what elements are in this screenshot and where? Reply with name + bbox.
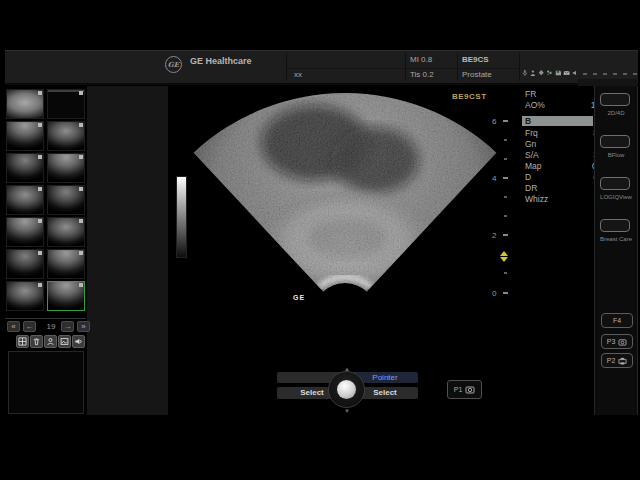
thumbnail[interactable] — [47, 121, 85, 151]
param-sa: S/A3/4 — [525, 150, 539, 160]
clipboard-panel — [87, 86, 168, 415]
probe-name: BE9CS — [462, 55, 489, 64]
speaker-icon — [572, 68, 578, 78]
indicator-dots — [583, 72, 637, 76]
thumbnail[interactable] — [6, 89, 44, 119]
p3-button[interactable]: P3 — [601, 334, 633, 349]
layout-grid-button[interactable] — [16, 335, 29, 348]
depth-minor-tick — [504, 215, 507, 217]
network-icon — [538, 68, 544, 78]
thumbnail[interactable] — [47, 217, 85, 247]
divider — [286, 68, 519, 69]
prev-page-button[interactable]: ← — [23, 321, 36, 332]
param-gn: Gn41 — [525, 139, 536, 149]
clipboard-toolbar — [16, 335, 85, 348]
p1-button[interactable]: P1 — [447, 380, 482, 399]
key-2d4d-button[interactable] — [600, 93, 630, 106]
depth-minor-tick — [504, 158, 507, 160]
thumbnail[interactable] — [47, 89, 85, 119]
clipboard-pager: « ← 19 → » — [5, 321, 87, 333]
tis-readout: Tis 0.2 — [410, 70, 434, 79]
divider — [457, 53, 458, 81]
audio-button[interactable] — [72, 335, 85, 348]
camera-icon — [618, 338, 627, 346]
key-breastcare-label: Breast Care — [594, 236, 638, 242]
first-page-button[interactable]: « — [7, 321, 20, 332]
key-2d4d-label: 2D/4D — [594, 110, 638, 116]
key-logiqview-button[interactable] — [600, 177, 630, 190]
patient-icon — [530, 68, 536, 78]
clipboard-preview-box — [8, 351, 84, 414]
printer-icon — [618, 357, 627, 365]
ge-watermark: GE — [293, 294, 305, 301]
thumbnail[interactable] — [47, 249, 85, 279]
grid-icon — [18, 337, 27, 346]
trash-icon — [32, 337, 41, 346]
mic-icon — [522, 68, 528, 78]
p2-button[interactable]: P2 — [601, 353, 633, 368]
grayscale-bar — [176, 176, 187, 258]
f4-button[interactable]: F4 — [601, 313, 633, 328]
last-page-button[interactable]: » — [77, 321, 90, 332]
mode-indicator: B — [522, 116, 593, 126]
thumbnail[interactable] — [47, 185, 85, 215]
depth-minor-tick — [504, 139, 507, 141]
trackball[interactable] — [337, 380, 356, 399]
thumbnail-selected[interactable] — [47, 281, 85, 311]
trackball-down-tick: ▼ — [344, 408, 350, 414]
param-fr: FR46 — [525, 89, 536, 99]
param-map: MapC/0 — [525, 161, 542, 171]
image-icon — [60, 337, 69, 346]
key-breastcare-button[interactable] — [600, 219, 630, 232]
patient-images-button[interactable] — [44, 335, 57, 348]
divider — [5, 318, 86, 319]
depth-tick-4: 4 — [492, 174, 496, 183]
brand-label: GE Healthcare — [190, 56, 252, 66]
patient-id-field[interactable]: xx — [294, 70, 302, 79]
next-page-button[interactable]: → — [61, 321, 74, 332]
speaker-icon — [74, 337, 83, 346]
depth-minor-tick — [504, 272, 507, 274]
depth-tick-0: 0 — [492, 289, 496, 298]
camera-icon — [465, 385, 475, 394]
depth-minor-tick — [504, 196, 507, 198]
active-probe-label: BE9CST — [452, 92, 487, 101]
param-whizz: WhizzOff — [525, 194, 548, 204]
thumbnail[interactable] — [6, 153, 44, 183]
thumbnail[interactable] — [6, 249, 44, 279]
param-dr: DR69 — [525, 183, 537, 193]
divider — [286, 53, 287, 81]
trackball-up-tick: ▲ — [344, 366, 350, 372]
depth-tick-2: 2 — [492, 231, 496, 240]
status-icon-tray — [522, 66, 578, 80]
ge-logo-icon: GE — [165, 56, 182, 73]
probe-connect-icon — [546, 68, 552, 78]
param-d: D6.0 — [525, 172, 531, 182]
thumbnail[interactable] — [6, 217, 44, 247]
thumbnail[interactable] — [47, 153, 85, 183]
divider — [519, 53, 520, 81]
key-bflow-button[interactable] — [600, 135, 630, 148]
preset-name: Prostate — [462, 70, 492, 79]
key-logiqview-label: LOGIQView — [594, 194, 638, 200]
delete-image-button[interactable] — [30, 335, 43, 348]
page-indicator: 19 — [41, 322, 61, 331]
key-bflow-label: BFlow — [594, 152, 638, 158]
thumbnail[interactable] — [6, 281, 44, 311]
mi-readout: MI 0.8 — [410, 55, 432, 64]
save-disk-icon — [555, 68, 561, 78]
param-ao: AO%100 — [525, 100, 545, 110]
patient-icon — [46, 337, 55, 346]
mail-icon — [563, 68, 570, 78]
divider — [405, 53, 406, 81]
param-frq: Frq8.0 — [525, 128, 538, 138]
depth-tick-6: 6 — [492, 117, 496, 126]
save-image-button[interactable] — [58, 335, 71, 348]
thumbnail[interactable] — [6, 121, 44, 151]
thumbnail-grid — [6, 89, 86, 317]
thumbnail[interactable] — [6, 185, 44, 215]
ultrasound-screen: GE GE Healthcare xx MI 0.8 Tis 0.2 BE9CS… — [0, 0, 640, 480]
